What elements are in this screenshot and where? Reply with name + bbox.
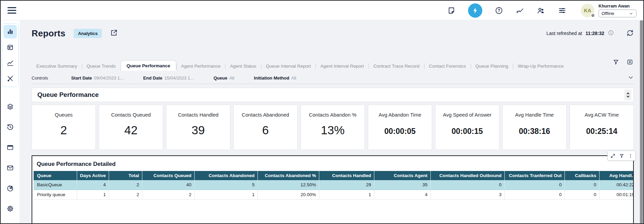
col-contacts-abandoned-pct[interactable]: Contacts Abandoned % [257, 171, 319, 180]
chevron-down-icon [629, 11, 633, 16]
col-contacts-handled[interactable]: Contacts Handled [319, 171, 374, 180]
window-icon [6, 144, 14, 151]
filter-end-date[interactable]: End Date 15/04/2023 1... [143, 75, 194, 81]
col-contacts-handled-outbound[interactable]: Contacts Handled Outbound [430, 171, 504, 180]
tab-wrap-up-performance[interactable]: Wrap-Up Performance [513, 62, 568, 71]
bolt-icon[interactable] [468, 3, 482, 18]
sidebar-item-layers[interactable] [3, 100, 17, 114]
col-total[interactable]: Total [109, 171, 142, 180]
kpi-card-contacts-abandoned: Contacts Abandoned 6 [233, 105, 298, 150]
sliders-icon[interactable] [558, 6, 567, 15]
top-bar: ? KA Khurram Awan Offline [1, 1, 643, 20]
kpi-label: Avg Handle Time [503, 112, 566, 118]
status-dot [591, 13, 595, 18]
sidebar-item-line-chart[interactable] [3, 56, 17, 70]
kpi-value: 2 [32, 123, 95, 137]
expand-icon[interactable] [610, 153, 615, 158]
kpi-label: Avg ACW Time [570, 112, 633, 118]
detail-table-title: Queue Performance Detailed [32, 156, 633, 168]
filter-queue[interactable]: Queue All [214, 75, 234, 81]
pie-chart-icon [6, 185, 14, 192]
filter-start-date[interactable]: Start Date 09/04/2023 1... [71, 75, 123, 81]
table-row-basicqueue[interactable]: BasicQueue 4 2 40 5 12.50% 29 35 0 0 0 0… [34, 180, 633, 190]
controls-collapse-chevron-icon[interactable] [628, 74, 634, 82]
kpi-label: Avg Abandon Time [368, 112, 432, 118]
kpi-card-contacts-queued: Contacts Queued 42 [99, 105, 163, 150]
brush-icon [6, 75, 14, 82]
sidebar-item-mail[interactable] [3, 161, 17, 175]
tab-queue-interval-report[interactable]: Queue Interval Report [261, 62, 316, 71]
queue-performance-detailed-panel: Queue Performance Detailed Queue Days Ac… [32, 155, 634, 223]
col-avg-handle[interactable]: Avg Handl.. [599, 171, 633, 180]
metrics-icon[interactable] [516, 6, 524, 15]
external-link-icon[interactable] [110, 29, 118, 38]
kpi-label: Avg Speed of Answer [435, 112, 499, 118]
tab-executive-summary[interactable]: Executive Summary [32, 62, 82, 71]
mail-icon [6, 164, 14, 172]
tab-queue-performance[interactable]: Queue Performance [121, 60, 176, 71]
status-value: Offline [602, 11, 614, 16]
tab-agent-status[interactable]: Agent Status [225, 62, 261, 71]
sidebar-item-bar-chart[interactable] [3, 25, 17, 38]
scrollbar-thumb[interactable] [640, 20, 643, 223]
hamburger-menu-icon[interactable] [7, 7, 16, 14]
col-callbacks[interactable]: Callbacks [565, 171, 599, 180]
sidebar-item-window[interactable] [3, 141, 17, 154]
kpi-card-avg-acw-time: Avg ACW Time 00:25:14 [570, 105, 634, 150]
kpi-card-contacts-handled: Contacts Handled 39 [166, 105, 230, 150]
kpi-value: 42 [99, 123, 163, 137]
kpi-value: 00:38:16 [503, 127, 566, 136]
sidebar-item-settings[interactable] [3, 202, 17, 216]
left-sidebar [1, 20, 20, 223]
col-days-active[interactable]: Days Active [77, 171, 109, 180]
tab-agent-interval-report[interactable]: Agent Interval Report [316, 62, 369, 71]
avatar[interactable]: KA [581, 4, 594, 17]
col-contacts-queued[interactable]: Contacts Queued [142, 171, 194, 180]
layers-icon [6, 103, 14, 110]
kpi-value: 39 [166, 123, 230, 137]
vertical-scrollbar[interactable] [640, 20, 643, 223]
export-icon[interactable] [627, 59, 633, 65]
info-icon[interactable] [608, 30, 614, 37]
refresh-icon[interactable] [626, 29, 634, 38]
svg-text:?: ? [498, 8, 500, 13]
section-stepper[interactable] [624, 89, 631, 100]
kebab-menu-icon[interactable] [628, 153, 633, 158]
kpi-label: Contacts Queued [99, 112, 163, 118]
col-contacts-tranferred-out[interactable]: Contacts Tranferred Out [504, 171, 565, 180]
kpi-card-avg-handle-time: Avg Handle Time 00:38:16 [502, 105, 567, 150]
status-select[interactable]: Offline [598, 10, 637, 17]
help-icon[interactable]: ? [495, 6, 503, 15]
filter-initiation-method[interactable]: Initiation Method All [254, 75, 296, 81]
tab-queue-planning[interactable]: Queue Planning [471, 62, 513, 71]
col-contacts-agent[interactable]: Contacts Agent [374, 171, 430, 180]
users-icon[interactable] [537, 6, 545, 15]
sidebar-item-history[interactable] [3, 120, 17, 134]
panel-toolbar [607, 151, 636, 161]
history-icon [6, 123, 14, 131]
note-icon[interactable] [447, 6, 456, 15]
table-row-priority-queue[interactable]: Priority queue 1 2 2 1 20.00% 1 4 3 0 0 … [34, 190, 633, 199]
filter-icon[interactable] [613, 59, 619, 65]
tab-contract-trace-record[interactable]: Contract Trace Record [369, 62, 424, 71]
col-contacts-abandoned[interactable]: Contacts Abandoned [194, 171, 257, 180]
kpi-label: Contacts Handled [166, 112, 230, 118]
sidebar-item-calendar[interactable] [3, 40, 17, 54]
col-queue[interactable]: Queue [34, 171, 77, 180]
tab-agent-performance[interactable]: Agent Performance [176, 62, 225, 71]
detail-table-wrap: Queue Days Active Total Contacts Queued … [34, 171, 633, 200]
analytics-badge: Analytics [74, 29, 102, 38]
tab-contact-forensics[interactable]: Contact Forensics [424, 62, 471, 71]
main-content: Reports Analytics Last refreshed at 11:2… [20, 20, 643, 223]
kpi-card-avg-abandon-time: Avg Abandon Time 00:00:05 [368, 105, 432, 150]
tab-queue-trends[interactable]: Queue Trends [82, 62, 121, 71]
sidebar-item-pie-chart[interactable] [3, 182, 17, 195]
kpi-value: 00:00:05 [368, 127, 432, 136]
kpi-card-contacts-abandon-pct: Contacts Abandon % 13% [301, 105, 365, 150]
filter-icon[interactable] [619, 153, 624, 158]
page-title: Reports [32, 28, 66, 39]
avatar-initials: KA [584, 7, 591, 13]
queue-performance-table: Queue Days Active Total Contacts Queued … [34, 171, 633, 200]
sidebar-item-brush[interactable] [3, 72, 17, 85]
sidebar-analytics-group [2, 23, 19, 87]
